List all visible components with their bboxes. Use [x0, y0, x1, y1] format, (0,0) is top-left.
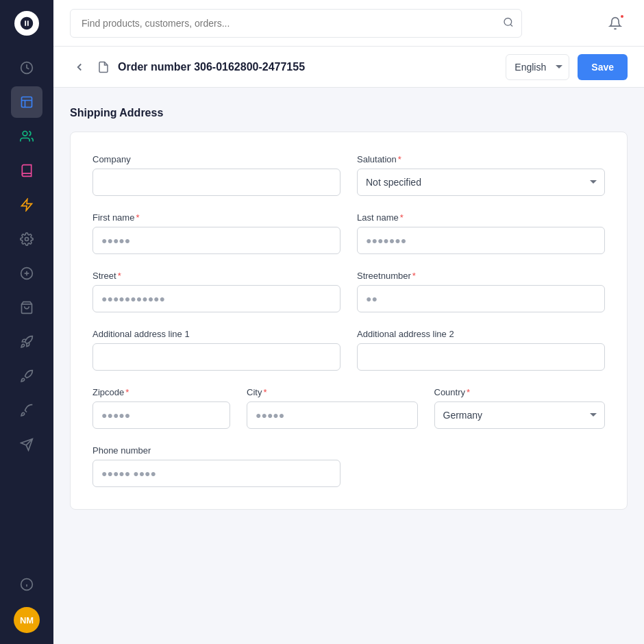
salutation-select[interactable]: Not specified Mr. Ms. Mrs. Dr. — [357, 169, 605, 196]
first-name-input[interactable] — [92, 227, 340, 254]
order-title: Order number 306-0162800-2477155 — [118, 61, 497, 73]
search-button[interactable] — [503, 16, 514, 29]
first-name-required: * — [136, 212, 139, 223]
zipcode-required: * — [125, 387, 129, 397]
sidebar-nav — [0, 47, 53, 569]
additional-2-label: Additional address line 2 — [357, 329, 605, 339]
form-row-1: Company Salutation* Not specified Mr. Ms… — [92, 154, 605, 196]
form-row-5: Zipcode* City* Country* Germany — [92, 387, 605, 429]
svg-line-15 — [510, 24, 512, 26]
form-row-2: First name* Last name* — [92, 212, 605, 254]
country-group: Country* Germany Austria Switzerland Fra… — [434, 387, 606, 429]
city-required: * — [263, 387, 267, 397]
company-label: Company — [92, 154, 340, 164]
last-name-group: Last name* — [357, 212, 605, 254]
form-row-4: Additional address line 1 Additional add… — [92, 329, 605, 371]
street-required: * — [118, 271, 121, 281]
content-area: Shipping Address Company Salutation* Not… — [53, 88, 644, 644]
street-input[interactable] — [92, 285, 340, 312]
sidebar-item-rocket1[interactable] — [11, 326, 42, 358]
country-select[interactable]: Germany Austria Switzerland France Unite… — [434, 401, 606, 429]
phone-group: Phone number — [92, 445, 340, 487]
sidebar-item-info[interactable] — [11, 569, 42, 600]
svg-rect-1 — [22, 97, 32, 108]
company-group: Company — [92, 154, 340, 196]
sidebar-item-rocket3[interactable] — [11, 395, 42, 426]
user-avatar[interactable]: NM — [14, 607, 40, 633]
form-row-6: Phone number — [92, 445, 605, 487]
back-button[interactable] — [70, 58, 89, 77]
svg-point-14 — [504, 18, 512, 25]
sidebar-bottom: NM — [11, 569, 42, 644]
country-required: * — [467, 387, 470, 397]
sidebar-item-add[interactable] — [11, 258, 42, 289]
phone-input[interactable] — [92, 460, 340, 487]
sidebar-item-customers[interactable] — [11, 121, 42, 152]
search-container — [70, 9, 522, 38]
last-name-label: Last name* — [357, 212, 605, 223]
sidebar-item-catalog[interactable] — [11, 155, 42, 186]
sidebar: NM — [0, 0, 53, 644]
street-number-input[interactable] — [357, 285, 605, 312]
shipping-address-form: Company Salutation* Not specified Mr. Ms… — [70, 132, 628, 510]
notification-dot — [619, 14, 625, 19]
notification-button[interactable] — [603, 11, 628, 36]
last-name-input[interactable] — [357, 227, 605, 254]
company-input[interactable] — [92, 169, 340, 196]
additional-1-input[interactable] — [92, 343, 340, 371]
sidebar-item-rocket4[interactable] — [11, 429, 42, 460]
additional-1-group: Additional address line 1 — [92, 329, 340, 371]
salutation-label: Salutation* — [357, 154, 605, 164]
sidebar-item-shop[interactable] — [11, 292, 42, 323]
sidebar-logo[interactable] — [0, 0, 53, 47]
sidebar-item-settings[interactable] — [11, 223, 42, 255]
street-number-label: Streetnumber* — [357, 271, 605, 281]
sidebar-item-promotions[interactable] — [11, 189, 42, 221]
additional-1-label: Additional address line 1 — [92, 329, 340, 339]
additional-2-input[interactable] — [357, 343, 605, 371]
sidebar-item-dashboard[interactable] — [11, 52, 42, 84]
svg-marker-3 — [22, 199, 32, 211]
city-label: City* — [247, 387, 418, 397]
city-group: City* — [247, 387, 418, 429]
phone-label: Phone number — [92, 445, 340, 456]
first-name-group: First name* — [92, 212, 340, 254]
city-input[interactable] — [247, 401, 418, 429]
order-icon-button[interactable] — [97, 61, 110, 73]
svg-point-2 — [23, 132, 27, 136]
form-row-3: Street* Streetnumber* — [92, 271, 605, 312]
section-title: Shipping Address — [70, 107, 628, 119]
topbar-right — [603, 11, 628, 36]
language-select[interactable]: English German French Spanish — [506, 54, 569, 80]
street-group: Street* — [92, 271, 340, 312]
main-area: Order number 306-0162800-2477155 English… — [53, 0, 644, 644]
save-button[interactable]: Save — [578, 54, 628, 80]
zipcode-label: Zipcode* — [92, 387, 230, 397]
street-number-group: Streetnumber* — [357, 271, 605, 312]
street-number-required: * — [412, 271, 416, 281]
logo-icon — [14, 11, 39, 36]
sidebar-item-rocket2[interactable] — [11, 360, 42, 392]
country-label: Country* — [434, 387, 606, 397]
salutation-group: Salutation* Not specified Mr. Ms. Mrs. D… — [357, 154, 605, 196]
sidebar-item-orders[interactable] — [11, 86, 42, 118]
zipcode-group: Zipcode* — [92, 387, 230, 429]
additional-2-group: Additional address line 2 — [357, 329, 605, 371]
zipcode-input[interactable] — [92, 401, 230, 429]
last-name-required: * — [400, 212, 404, 223]
first-name-label: First name* — [92, 212, 340, 223]
sub-header: Order number 306-0162800-2477155 English… — [53, 47, 644, 88]
salutation-required: * — [398, 154, 401, 164]
street-label: Street* — [92, 271, 340, 281]
search-input[interactable] — [70, 9, 522, 38]
topbar — [53, 0, 644, 47]
svg-point-4 — [25, 238, 29, 241]
